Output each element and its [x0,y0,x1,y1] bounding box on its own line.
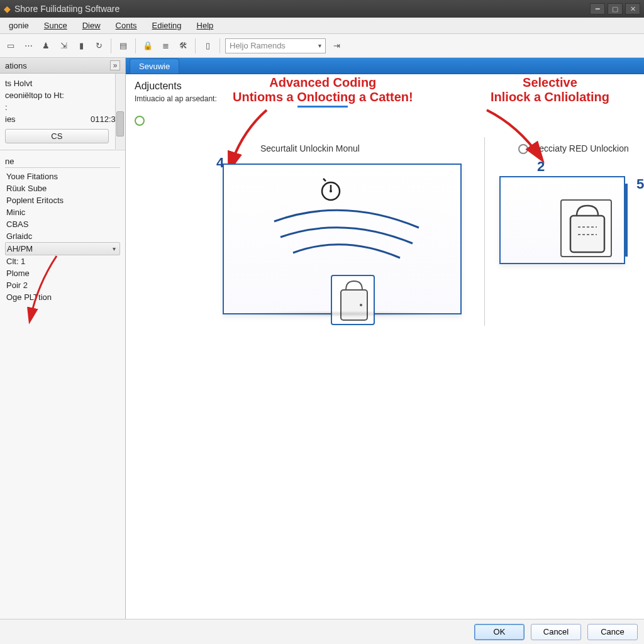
sidebar-info-kv: ies 0112:39 [5,113,120,125]
sidebar-item-0[interactable]: Youe Fitations [5,170,120,182]
sidebar-info-3: : [5,101,120,113]
menu-item-5[interactable]: Help [191,19,220,32]
sidebar-collapse-button[interactable]: » [110,60,120,70]
menubar: gonie Sunce Diew Conts Edieting Help [0,18,644,34]
sidebar-scroll: ts Holvt ceoniëltop to Ht: : ies 0112:39… [0,74,125,619]
menu-item-0[interactable]: gonie [3,19,35,32]
content-subtext: Imtiuacio al ap arsedant: [135,94,635,103]
sidebar-item-6[interactable]: AH/PM [5,242,120,255]
card-wrap-1: Securtalit Unlockin Monul 4 [223,132,462,314]
sidebar-item-10[interactable]: Oge PLTtion [5,291,120,303]
toolbar-separator [135,38,136,53]
menu-item-4[interactable]: Edieting [146,19,188,32]
vertical-divider [484,137,485,326]
menu-item-3[interactable]: Conts [109,19,143,32]
card-2[interactable] [499,176,625,264]
svg-point-2 [330,190,332,192]
radio-icon [135,116,145,126]
sidebar-item-1[interactable]: Rüuk Sube [5,182,120,194]
card2-side-number: 5 [636,176,644,192]
ok-button[interactable]: OK [474,624,525,640]
svg-point-5 [360,304,362,306]
sidebar-item-4[interactable]: CBAS [5,218,120,230]
sidebar-cs-button[interactable]: CS [5,129,109,143]
minimize-button[interactable]: ━ [590,3,605,14]
main-panel: Sevuwie Adjuctents Imtiuacio al ap arsed… [126,58,644,619]
window-title: Shore Fuilidatiing Software [14,4,590,14]
sidebar-header-label: ations [5,61,27,70]
tool-page-icon[interactable]: ▯ [201,39,214,53]
toolbar-separator [219,38,220,53]
maximize-button[interactable]: ▢ [608,3,623,14]
clock-icon [318,177,343,203]
tool-export-icon[interactable]: ⇲ [57,39,70,53]
toolbar-separator [111,38,111,53]
sidebar-item-3[interactable]: Minic [5,206,120,218]
tool-user-icon[interactable]: ♟ [39,39,53,53]
tool-new-icon[interactable]: ▭ [4,39,18,53]
bag-icon [331,275,375,325]
sidebar-kv-label: ies [5,114,16,124]
tab-sevuwie[interactable]: Sevuwie [130,58,179,74]
window-controls: ━ ▢ ✕ [590,3,640,14]
tool-save-icon[interactable]: ▤ [116,39,130,53]
sidebar-item-7[interactable]: Clt: 1 [5,255,120,267]
tool-more-icon[interactable]: ⋯ [21,39,35,53]
sidebar-item-2[interactable]: Poplent Eritocts [5,194,120,206]
card1-title: Securtalit Unlockin Monul [260,143,360,153]
scrollbar-thumb[interactable] [116,111,124,136]
tool-go-icon[interactable]: ⇥ [330,39,343,53]
sidebar-info-2: ceoniëltop to Ht: [5,89,120,101]
content-heading: Adjuctents [135,80,635,92]
app-icon: ◆ [4,4,11,14]
sidebar-item-5[interactable]: Grlaidc [5,230,120,242]
menu-item-1[interactable]: Sunce [38,19,74,32]
card2-number: 2 [537,158,545,175]
titlebar: ◆ Shore Fuilidatiing Software ━ ▢ ✕ [0,0,644,18]
close-button[interactable]: ✕ [625,3,640,14]
menu-item-2[interactable]: Diew [76,19,107,32]
radio-icon-2 [518,144,528,154]
tool-settings-icon[interactable]: ≣ [158,39,172,53]
card2-title: Secciaty RED Unlockion [518,143,629,154]
tool-book-icon[interactable]: ▮ [74,39,88,53]
sidebar-item-8[interactable]: Plome [5,267,120,279]
sidebar: ations » ts Holvt ceoniëltop to Ht: : ie… [0,58,126,619]
toolbar-combo-placeholder: Heljo Ramends [230,41,286,50]
cancel-button[interactable]: Cancel [531,624,581,640]
card-wrap-2: Secciaty RED Unlockion 2 5 [499,132,625,314]
content-area: Adjuctents Imtiuacio al ap arsedant: Adv… [126,74,644,619]
tool-lock-icon[interactable]: 🔒 [141,39,155,53]
scrollbar[interactable] [115,74,125,149]
sidebar-item-9[interactable]: Poir 2 [5,279,120,291]
dialog-footer: OK Cancel Cance [0,619,644,644]
tool-wrench-icon[interactable]: 🛠 [176,39,190,53]
cancel-button-2[interactable]: Cance [587,624,638,640]
tab-row: Sevuwie [126,58,644,74]
wave-lines-icon [268,203,431,272]
sidebar-info-1: ts Holvt [5,77,120,89]
radio-option-1[interactable] [135,116,635,126]
sidebar-header: ations » [0,58,125,74]
toolbar: ▭ ⋯ ♟ ⇲ ▮ ↻ ▤ 🔒 ≣ 🛠 ▯ Heljo Ramends ⇥ [0,34,644,58]
card-1[interactable] [223,164,462,314]
bag-icon-2 [560,199,612,257]
svg-line-3 [323,179,326,181]
toolbar-combo[interactable]: Heljo Ramends [225,38,326,53]
tool-refresh-icon[interactable]: ↻ [92,39,106,53]
sidebar-section-title: ne [5,154,120,168]
toolbar-separator [195,38,196,53]
